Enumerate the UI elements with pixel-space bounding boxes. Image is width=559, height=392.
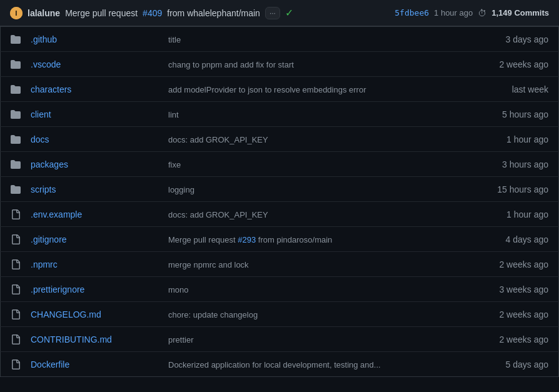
file-name-cell: .npmrc (26, 252, 163, 277)
table-row: .githubtitle3 days ago (1, 27, 559, 52)
commit-msg: title (168, 35, 181, 44)
file-name-link[interactable]: CHANGELOG.md (31, 309, 101, 319)
table-row: packagesfixe3 hours ago (1, 152, 559, 177)
commit-msg: Dockerized application for local develop… (168, 360, 381, 369)
svg-text:l: l (16, 10, 18, 17)
table-row: scriptslogging15 hours ago (1, 177, 559, 202)
commit-message-cell: Dockerized application for local develop… (163, 352, 471, 377)
commit-message-cell: lint (163, 102, 471, 127)
pr-link[interactable]: #409 (143, 8, 162, 18)
file-name-cell: .vscode (26, 52, 163, 77)
file-icon (1, 227, 26, 252)
commit-msg: logging (168, 185, 194, 194)
commit-msg: fixe (168, 160, 181, 169)
commit-message-cell: Merge pull request #293 from pindaroso/m… (163, 227, 471, 252)
file-icon (1, 202, 26, 227)
commit-hash[interactable]: 5fdbee6 (395, 8, 429, 18)
folder-icon (1, 102, 26, 127)
commit-msg: lint (168, 110, 179, 119)
commit-time-cell: 5 days ago (471, 352, 559, 377)
table-row: .env.exampledocs: add GROK_API_KEY1 hour… (1, 202, 559, 227)
file-name-link[interactable]: docs (31, 134, 49, 144)
commit-message-cell: mono (163, 277, 471, 302)
commit-msg: docs: add GROK_API_KEY (168, 135, 268, 144)
file-name-link[interactable]: .github (31, 34, 57, 44)
commit-msg: mono (168, 285, 189, 294)
commit-time-cell: 2 weeks ago (471, 327, 559, 352)
file-name-cell: CONTRIBUTING.md (26, 327, 163, 352)
file-name-cell: client (26, 102, 163, 127)
commit-message-cell: docs: add GROK_API_KEY (163, 202, 471, 227)
file-name-cell: docs (26, 127, 163, 152)
table-row: CHANGELOG.mdchore: update changelog2 wee… (1, 302, 559, 327)
file-name-link[interactable]: .vscode (31, 59, 61, 69)
file-name-link[interactable]: .env.example (31, 209, 82, 219)
folder-icon (1, 52, 26, 77)
file-name-link[interactable]: .gitignore (31, 234, 67, 244)
file-name-cell: packages (26, 152, 163, 177)
check-icon: ✓ (285, 7, 293, 19)
commit-message-cell: merge npmrc and lock (163, 252, 471, 277)
file-name-cell: .github (26, 27, 163, 52)
commit-msg: Merge pull request #293 from pindaroso/m… (168, 235, 332, 244)
folder-icon (1, 77, 26, 102)
commit-msg: merge npmrc and lock (168, 260, 249, 269)
folder-icon (1, 27, 26, 52)
file-name-link[interactable]: .npmrc (31, 259, 58, 269)
commit-message-cell: chang to pnpm and add fix for start (163, 52, 471, 77)
commit-time-cell: 2 weeks ago (471, 302, 559, 327)
table-row: docsdocs: add GROK_API_KEY1 hour ago (1, 127, 559, 152)
commit-message-prefix: Merge pull request (65, 8, 138, 18)
file-name-link[interactable]: Dockerfile (31, 359, 69, 369)
commit-time-cell: 2 weeks ago (471, 52, 559, 77)
avatar: l (10, 7, 23, 19)
file-name-link[interactable]: packages (31, 159, 68, 169)
commit-time: 1 hour ago (434, 8, 473, 18)
file-name-cell: .env.example (26, 202, 163, 227)
table-row: CONTRIBUTING.mdprettier2 weeks ago (1, 327, 559, 352)
commit-message-cell: prettier (163, 327, 471, 352)
table-row: clientlint5 hours ago (1, 102, 559, 127)
commit-msg: chang to pnpm and add fix for start (168, 60, 294, 69)
folder-icon (1, 177, 26, 202)
commit-msg: add modelProvider to json to resolve emb… (168, 85, 366, 94)
file-name-cell: Dockerfile (26, 352, 163, 377)
commit-bar: l lalalune Merge pull request #409 from … (0, 0, 559, 26)
file-icon (1, 352, 26, 377)
table-row: .prettierignoremono3 weeks ago (1, 277, 559, 302)
commit-time-cell: 15 hours ago (471, 177, 559, 202)
commit-pr-link[interactable]: #293 (238, 235, 256, 244)
file-icon (1, 302, 26, 327)
commit-time-cell: 1 hour ago (471, 202, 559, 227)
table-row: .npmrcmerge npmrc and lock2 weeks ago (1, 252, 559, 277)
commit-time-cell: 4 days ago (471, 227, 559, 252)
commit-message-cell: logging (163, 177, 471, 202)
file-name-cell: .prettierignore (26, 277, 163, 302)
table-row: DockerfileDockerized application for loc… (1, 352, 559, 377)
commit-message-cell: title (163, 27, 471, 52)
file-name-cell: CHANGELOG.md (26, 302, 163, 327)
commits-count[interactable]: 1,149 Commits (491, 8, 549, 18)
commit-msg: prettier (168, 335, 193, 344)
commit-badge[interactable]: ··· (265, 7, 280, 19)
file-icon (1, 277, 26, 302)
commit-time-cell: 1 hour ago (471, 127, 559, 152)
file-icon (1, 327, 26, 352)
file-name-link[interactable]: scripts (31, 184, 56, 194)
commit-message-suffix: from whalelephant/main (167, 8, 260, 18)
file-name-link[interactable]: CONTRIBUTING.md (31, 334, 112, 344)
commit-message-cell: chore: update changelog (163, 302, 471, 327)
file-name-link[interactable]: .prettierignore (31, 284, 84, 294)
commit-time-cell: 3 hours ago (471, 152, 559, 177)
file-name-link[interactable]: characters (31, 84, 71, 94)
commit-author[interactable]: lalalune (28, 8, 60, 18)
table-row: .vscodechang to pnpm and add fix for sta… (1, 52, 559, 77)
file-name-cell: scripts (26, 177, 163, 202)
file-table: .githubtitle3 days ago .vscodechang to p… (0, 26, 559, 377)
file-name-link[interactable]: client (31, 109, 51, 119)
commit-message-cell: add modelProvider to json to resolve emb… (163, 77, 471, 102)
folder-icon (1, 152, 26, 177)
commit-time-cell: 3 days ago (471, 27, 559, 52)
file-name-cell: characters (26, 77, 163, 102)
history-icon: ⏱ (478, 8, 486, 18)
